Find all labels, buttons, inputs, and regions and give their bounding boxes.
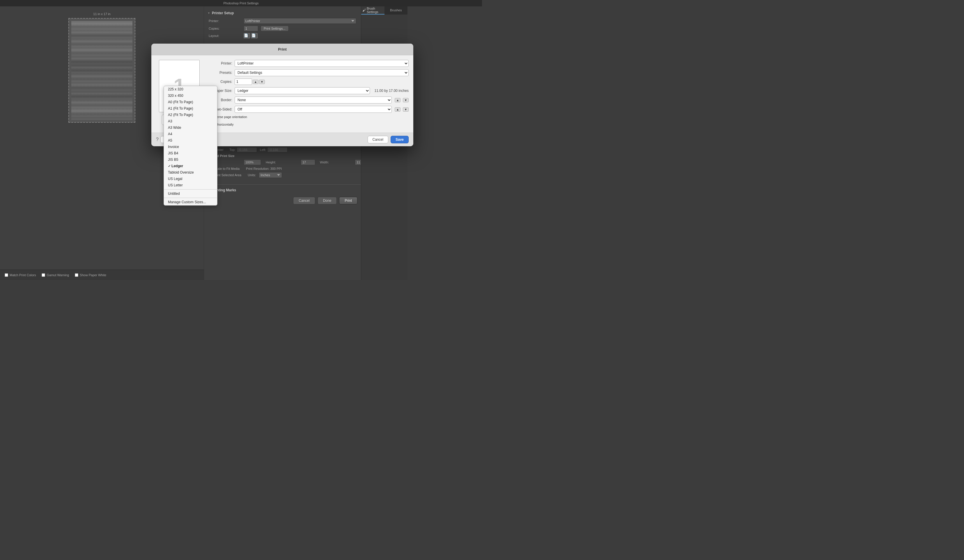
left-field: Left: xyxy=(260,147,288,153)
top-field: Top: xyxy=(230,147,257,153)
printer-setup-header[interactable]: ▼ Printer Setup xyxy=(204,9,361,17)
dlg-twosided-up[interactable]: ▲ xyxy=(395,107,401,112)
print-selected-label: Print Selected Area xyxy=(214,173,241,177)
printer-setup-content: Printer: LoftPrinter Copies: Print Setti… xyxy=(204,17,361,43)
brushes-tab[interactable]: Brushes xyxy=(384,6,408,15)
dlg-reverse-row: Reverse page orientation xyxy=(206,115,409,118)
left-input[interactable] xyxy=(267,147,288,153)
units-select[interactable]: Inches xyxy=(259,172,282,178)
dropdown-item-a2[interactable]: A2 (Fit To Page) xyxy=(164,112,217,118)
dlg-copies-up[interactable]: ▲ xyxy=(252,80,259,84)
scale-row: Scale: Height: Width: xyxy=(209,159,356,165)
gamut-warning-checkbox[interactable] xyxy=(42,273,45,277)
dropdown-item-a1[interactable]: A1 (Fit To Page) xyxy=(164,105,217,112)
paper-image xyxy=(71,21,132,120)
dialog-form: Printer: LoftPrinter Presets: Default Se… xyxy=(206,60,409,128)
brush-tab-bar: 🖌 Brush Settings Brushes xyxy=(361,6,407,15)
match-print-colors-label[interactable]: Match Print Colors xyxy=(5,273,36,277)
dlg-twosided-row: Two-Sided: Off ▲ ▼ xyxy=(206,106,409,113)
scale-input[interactable] xyxy=(244,159,261,165)
layout-landscape-icon[interactable]: 📄 xyxy=(251,33,257,38)
wood-texture xyxy=(71,21,132,120)
brush-settings-tab[interactable]: 🖌 Brush Settings xyxy=(361,6,384,15)
scaled-print-size-label: Scaled Print Size xyxy=(209,154,356,157)
dlg-copies-stepper: ▲ ▼ xyxy=(234,78,265,85)
dlg-printer-row: Printer: LoftPrinter xyxy=(206,60,409,67)
top-input[interactable] xyxy=(237,147,257,153)
printing-marks-header[interactable]: ▼ Printing Marks xyxy=(204,187,361,194)
bottom-bar: Match Print Colors Gamut Warning Show Pa… xyxy=(0,269,204,280)
printer-setup-arrow: ▼ xyxy=(207,11,210,15)
dropdown-item-tabloid[interactable]: Tabloid Oversize xyxy=(164,169,217,175)
dropdown-item-320x450[interactable]: 320 x 450 xyxy=(164,93,217,99)
dlg-border-select[interactable]: None xyxy=(234,97,392,104)
dropdown-separator-2 xyxy=(164,198,217,198)
dropdown-item-ledger[interactable]: Ledger xyxy=(164,163,217,169)
show-paper-white-checkbox[interactable] xyxy=(75,273,78,277)
dlg-presets-label: Presets: xyxy=(206,71,232,75)
dropdown-item-a4[interactable]: A4 xyxy=(164,131,217,137)
printer-label: Printer: xyxy=(209,19,244,23)
dropdown-item-a5[interactable]: A5 xyxy=(164,137,217,144)
scale-fit-label: Scale to Fit Media xyxy=(214,167,239,170)
dlg-presets-select[interactable]: Default Settings xyxy=(234,69,409,76)
print-button[interactable]: Print xyxy=(339,197,357,205)
dropdown-item-manage[interactable]: Manage Custom Sizes... xyxy=(164,199,217,205)
dialog-help-icon[interactable]: ? xyxy=(156,137,159,142)
dlg-flip-row: Flip horizontally xyxy=(206,123,409,126)
dropdown-item-untitled[interactable]: Untitled xyxy=(164,190,217,197)
dropdown-item-invoice[interactable]: Invoice xyxy=(164,144,217,150)
dropdown-item-a0[interactable]: A0 (Fit To Page) xyxy=(164,99,217,105)
dlg-border-row: Border: None ▲ ▼ xyxy=(206,97,409,104)
gamut-warning-label[interactable]: Gamut Warning xyxy=(42,273,69,277)
show-paper-white-label[interactable]: Show Paper White xyxy=(75,273,106,277)
print-settings-button[interactable]: Print Settings... xyxy=(261,26,289,31)
dlg-copies-row: Copies: ▲ ▼ xyxy=(206,78,409,85)
printer-row: Printer: LoftPrinter xyxy=(209,18,356,24)
action-buttons: Cancel Done Print xyxy=(204,194,361,207)
dropdown-item-225x320[interactable]: 225 x 320 xyxy=(164,86,217,93)
dropdown-item-a3[interactable]: A3 xyxy=(164,118,217,125)
dlg-twosided-select[interactable]: Off xyxy=(234,106,392,113)
dialog-title: Print xyxy=(278,47,287,52)
layout-row: Layout: 📄 📄 xyxy=(209,33,356,38)
width-input[interactable] xyxy=(355,159,361,165)
printer-select[interactable]: LoftPrinter xyxy=(244,18,356,24)
dropdown-separator-1 xyxy=(164,189,217,190)
dialog-cancel-button[interactable]: Cancel xyxy=(368,136,388,143)
dlg-presets-row: Presets: Default Settings xyxy=(206,69,409,76)
dlg-papersize-select[interactable]: Ledger xyxy=(234,87,370,94)
done-button[interactable]: Done xyxy=(318,197,337,205)
units-label: Units: xyxy=(248,173,256,177)
dlg-printer-select[interactable]: LoftPrinter xyxy=(234,60,409,67)
top-bar: Photoshop Print Settings xyxy=(0,0,482,6)
position-row: Center Top: Left: xyxy=(209,147,356,153)
cancel-button[interactable]: Cancel xyxy=(293,197,315,205)
copies-input[interactable] xyxy=(244,26,258,31)
dlg-border-up[interactable]: ▲ xyxy=(395,98,401,102)
paper-preview xyxy=(68,18,135,123)
printer-setup-title: Printer Setup xyxy=(212,11,234,15)
dropdown-item-jisb4[interactable]: JIS B4 xyxy=(164,150,217,156)
dlg-border-down[interactable]: ▼ xyxy=(403,98,409,102)
height-input[interactable] xyxy=(301,159,315,165)
layout-portrait-icon[interactable]: 📄 xyxy=(244,33,250,38)
dialog-save-button[interactable]: Save xyxy=(391,136,409,143)
print-resolution-text: Print Resolution: 300 PPI xyxy=(246,167,282,170)
dlg-copies-input[interactable] xyxy=(234,78,252,85)
dlg-twosided-down[interactable]: ▼ xyxy=(403,107,409,112)
dialog-title-bar: Print xyxy=(151,44,413,55)
copies-label: Copies: xyxy=(209,27,244,30)
dropdown-item-jisb5[interactable]: JIS B5 xyxy=(164,156,217,163)
dlg-papersize-row: Paper Size: Ledger 11.00 by 17.00 inches xyxy=(206,87,409,94)
top-label: Top: xyxy=(230,148,236,151)
dropdown-item-uslegal[interactable]: US Legal xyxy=(164,175,217,182)
match-print-colors-checkbox[interactable] xyxy=(5,273,8,277)
page-size-label: 11 in x 17 in xyxy=(93,12,110,16)
dialog-right-buttons: Cancel Save xyxy=(368,136,409,143)
left-label: Left: xyxy=(260,148,266,151)
dropdown-item-a3wide[interactable]: A3 Wide xyxy=(164,125,217,131)
dropdown-item-usletter[interactable]: US Letter xyxy=(164,182,217,188)
print-selected-row: Print Selected Area Units: Inches xyxy=(209,172,356,178)
dlg-copies-down[interactable]: ▼ xyxy=(259,80,265,84)
